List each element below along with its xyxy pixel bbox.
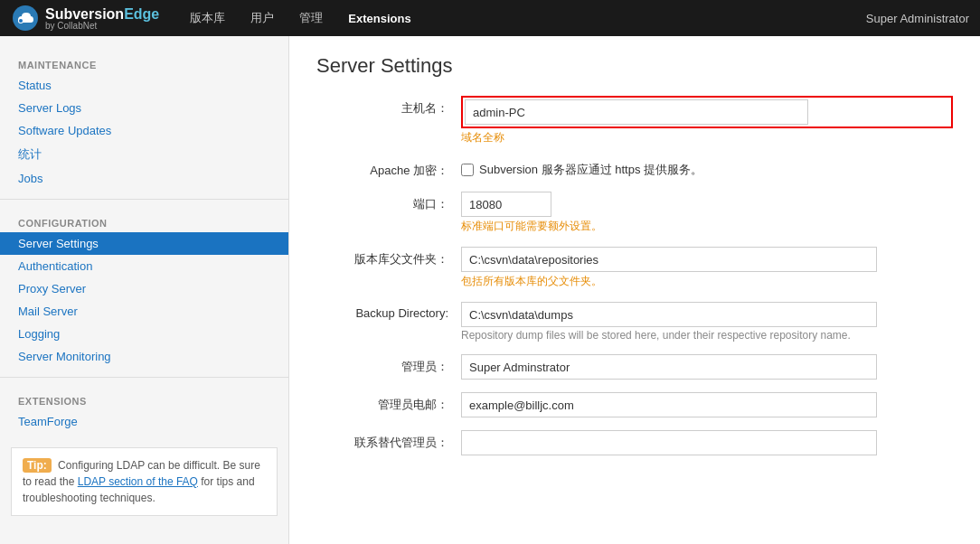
page-title: Server Settings (316, 54, 953, 78)
deputy-admin-label: 联系替代管理员： (316, 430, 461, 451)
deputy-admin-field (461, 430, 953, 455)
sidebar-item-software-updates[interactable]: Software Updates (0, 119, 288, 142)
logo: Subversion Edge by CollabNet (11, 4, 159, 33)
repo-folder-hint: 包括所有版本库的父文件夹。 (461, 274, 953, 289)
apache-checkbox-row: Subversion 服务器应通过 https 提供服务。 (461, 158, 953, 178)
sidebar-item-proxy-server[interactable]: Proxy Server (0, 277, 288, 300)
sidebar-item-server-logs[interactable]: Server Logs (0, 97, 288, 119)
sidebar-item-mail-server[interactable]: Mail Server (0, 300, 288, 323)
hostname-input-wrapper (461, 96, 953, 128)
admin-email-row: 管理员电邮： (316, 392, 953, 417)
port-field: 标准端口可能需要额外设置。 (461, 192, 953, 234)
nav-left: Subversion Edge by CollabNet 版本库 用户 管理 E… (11, 0, 424, 36)
port-row: 端口： 标准端口可能需要额外设置。 (316, 192, 953, 234)
main-content: Server Settings 主机名： 域名全称 Apache 加密： (289, 36, 980, 544)
sidebar-divider (0, 199, 288, 200)
extensions-section-title: EXTENSIONS (0, 387, 288, 410)
configuration-section-title: CONFIGURATION (0, 209, 288, 232)
tip-box: Tip: Configuring LDAP can be difficult. … (11, 447, 278, 516)
repo-folder-input[interactable] (461, 247, 877, 272)
tip-faq-link[interactable]: LDAP section of the FAQ (78, 475, 198, 488)
hostname-label: 主机名： (316, 96, 461, 117)
backup-dir-label: Backup Directory: (316, 302, 461, 320)
port-hint: 标准端口可能需要额外设置。 (461, 219, 953, 234)
current-user: Super Administrator (866, 12, 969, 25)
admin-email-input[interactable] (461, 392, 877, 417)
repo-folder-field: 包括所有版本库的父文件夹。 (461, 247, 953, 289)
repo-folder-row: 版本库父文件夹： 包括所有版本库的父文件夹。 (316, 247, 953, 289)
hostname-field: 域名全称 (461, 96, 953, 145)
admin-row: 管理员： (316, 354, 953, 380)
top-navigation: Subversion Edge by CollabNet 版本库 用户 管理 E… (0, 0, 980, 36)
backup-dir-input[interactable] (461, 302, 877, 327)
repo-folder-label: 版本库父文件夹： (316, 247, 461, 267)
sidebar-item-teamforge[interactable]: TeamForge (0, 410, 288, 433)
admin-email-label: 管理员电邮： (316, 392, 461, 413)
logo-text-area: Subversion Edge by CollabNet (45, 6, 159, 31)
sidebar-item-stats[interactable]: 统计 (0, 142, 288, 167)
logo-icon (11, 4, 40, 33)
sidebar: MAINTENANCE Status Server Logs Software … (0, 36, 289, 544)
sidebar-item-logging[interactable]: Logging (0, 323, 288, 345)
backup-dir-field: Repository dump files will be stored her… (461, 302, 953, 342)
server-settings-form: 主机名： 域名全称 Apache 加密： Subversion 服务器应通过 h… (316, 96, 953, 455)
nav-admin[interactable]: 管理 (287, 0, 335, 36)
admin-field (461, 354, 953, 380)
sidebar-item-authentication[interactable]: Authentication (0, 255, 288, 277)
admin-email-field (461, 392, 953, 417)
admin-input[interactable] (461, 354, 877, 380)
port-input[interactable] (461, 192, 551, 217)
deputy-admin-input[interactable] (461, 430, 877, 455)
tip-label: Tip: (23, 458, 52, 473)
sidebar-item-jobs[interactable]: Jobs (0, 167, 288, 190)
hostname-row: 主机名： 域名全称 (316, 96, 953, 145)
backup-dir-row: Backup Directory: Repository dump files … (316, 302, 953, 342)
logo-name-bold: Subversion (45, 6, 124, 23)
nav-extensions[interactable]: Extensions (335, 0, 423, 36)
main-layout: MAINTENANCE Status Server Logs Software … (0, 36, 980, 544)
sidebar-item-server-monitoring[interactable]: Server Monitoring (0, 345, 288, 368)
backup-dir-hint: Repository dump files will be stored her… (461, 329, 953, 342)
deputy-admin-row: 联系替代管理员： (316, 430, 953, 455)
sidebar-divider-2 (0, 377, 288, 378)
logo-name-suffix: Edge (124, 6, 159, 23)
port-label: 端口： (316, 192, 461, 212)
apache-ssl-row: Apache 加密： Subversion 服务器应通过 https 提供服务。 (316, 158, 953, 179)
apache-field: Subversion 服务器应通过 https 提供服务。 (461, 158, 953, 178)
admin-label: 管理员： (316, 354, 461, 375)
nav-users[interactable]: 用户 (238, 0, 287, 36)
apache-ssl-checkbox[interactable] (461, 164, 474, 176)
sidebar-item-server-settings[interactable]: Server Settings (0, 232, 288, 255)
apache-label: Apache 加密： (316, 158, 461, 179)
maintenance-section-title: MAINTENANCE (0, 51, 288, 74)
apache-ssl-label: Subversion 服务器应通过 https 提供服务。 (479, 162, 702, 178)
hostname-input[interactable] (465, 99, 808, 125)
nav-repositories[interactable]: 版本库 (177, 0, 238, 36)
hostname-hint: 域名全称 (461, 130, 953, 145)
sidebar-item-status[interactable]: Status (0, 74, 288, 97)
svg-point-2 (19, 19, 23, 23)
